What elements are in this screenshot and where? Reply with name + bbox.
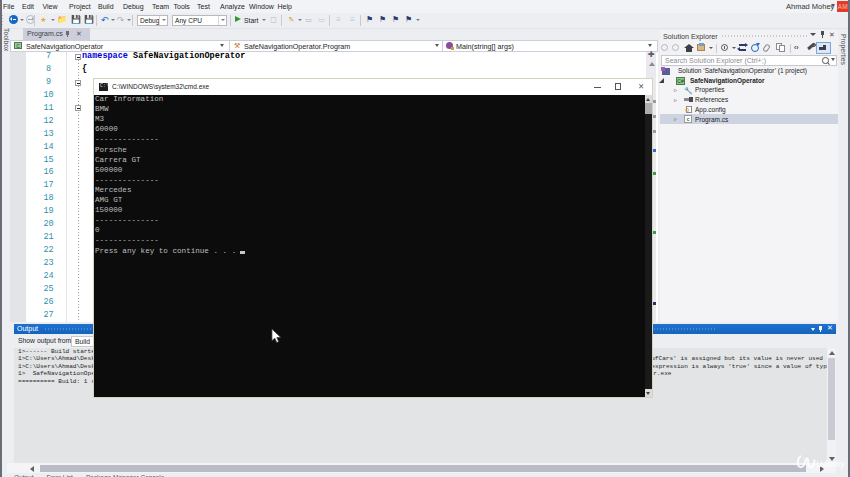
svg-text:Udemy: Udemy — [816, 459, 845, 469]
